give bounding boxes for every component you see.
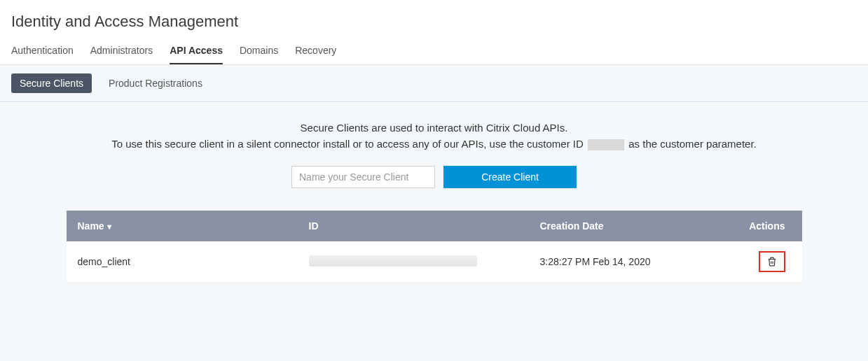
tab-api-access[interactable]: API Access <box>170 45 223 64</box>
table-row: demo_client 3:28:27 PM Feb 14, 2020 <box>67 241 802 282</box>
table-header: Name▼ ID Creation Date Actions <box>67 211 802 241</box>
tab-authentication[interactable]: Authentication <box>11 45 74 64</box>
cell-actions <box>736 251 791 272</box>
clients-table: Name▼ ID Creation Date Actions demo_clie… <box>67 211 802 282</box>
cell-id <box>309 255 540 269</box>
delete-client-button[interactable] <box>759 251 785 272</box>
page-title: Identity and Access Management <box>11 13 857 31</box>
subtab-secure-clients[interactable]: Secure Clients <box>11 73 92 93</box>
create-client-button[interactable]: Create Client <box>443 166 577 188</box>
cell-date: 3:28:27 PM Feb 14, 2020 <box>540 256 736 267</box>
tab-recovery[interactable]: Recovery <box>295 45 336 64</box>
col-header-id[interactable]: ID <box>309 220 540 232</box>
main-tabs: Authentication Administrators API Access… <box>11 45 857 64</box>
tab-administrators[interactable]: Administrators <box>90 45 153 64</box>
intro-line2: To use this secure client in a silent co… <box>11 138 857 150</box>
client-name-input[interactable] <box>291 166 435 188</box>
subtabs: Secure Clients Product Registrations <box>0 65 868 102</box>
tab-domains[interactable]: Domains <box>240 45 278 64</box>
col-header-actions: Actions <box>736 220 791 232</box>
trash-icon <box>767 257 777 267</box>
col-header-name-label: Name <box>78 220 104 232</box>
intro-line2-prefix: To use this secure client in a silent co… <box>111 138 584 150</box>
cell-name: demo_client <box>78 256 309 267</box>
sort-down-icon: ▼ <box>106 222 113 231</box>
intro-line2-suffix: as the customer parameter. <box>628 138 757 150</box>
client-id-redacted <box>309 255 477 267</box>
col-header-date[interactable]: Creation Date <box>540 220 736 232</box>
customer-id-redacted <box>588 139 624 150</box>
col-header-name[interactable]: Name▼ <box>78 220 309 232</box>
subtab-product-registrations[interactable]: Product Registrations <box>109 78 202 89</box>
intro-line1: Secure Clients are used to interact with… <box>11 122 857 134</box>
